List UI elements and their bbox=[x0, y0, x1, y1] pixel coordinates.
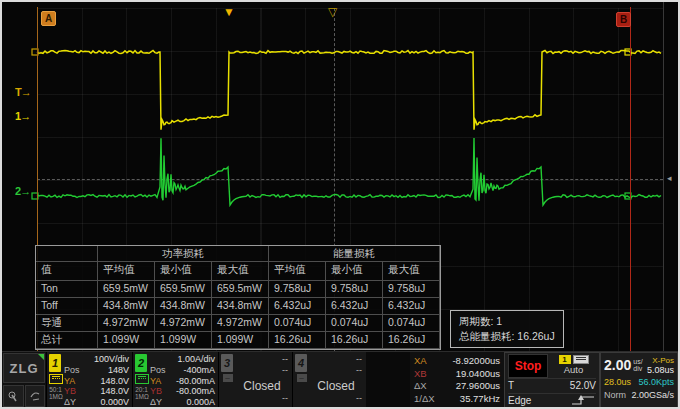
ch3-dash: -- bbox=[282, 393, 288, 404]
ch2-probe-ratio: 20:1 bbox=[135, 386, 148, 393]
trigger-type: Edge bbox=[508, 394, 531, 408]
touch-gesture-button[interactable] bbox=[3, 385, 24, 407]
table-cell: 659.5mW bbox=[212, 281, 269, 298]
arrow-icon: → bbox=[20, 185, 30, 197]
trigger-coupling-icon bbox=[573, 355, 589, 364]
channel-2-tab[interactable]: 2 bbox=[135, 354, 147, 372]
cursor-a-label[interactable]: A bbox=[41, 11, 56, 26]
notification-notch bbox=[38, 354, 44, 360]
ch4-dash: -- bbox=[356, 393, 362, 404]
ch1-probe-ratio: 50:1 bbox=[49, 386, 62, 393]
table-cell: 6.432uJ bbox=[326, 298, 383, 315]
ch1-pos-label: Pos bbox=[64, 365, 80, 376]
ch4-dash: -- bbox=[356, 365, 362, 376]
ch2-dy: 0.000A bbox=[186, 397, 215, 408]
ch3-status: Closed bbox=[236, 379, 288, 393]
ch1-scale: 100V/div bbox=[94, 354, 129, 365]
channel-2-panel[interactable]: 2 20:1 1MΩ 1.00A/div Pos-400mA YA-80.00m… bbox=[132, 352, 218, 408]
ch2-position-marker[interactable]: 2→ bbox=[15, 185, 30, 197]
xa-value: -8.92000us bbox=[452, 355, 500, 368]
logo-section: ZLG bbox=[2, 352, 46, 408]
ch1-impedance: 1MΩ bbox=[49, 393, 62, 400]
ch1-voltage-trace bbox=[37, 51, 661, 130]
trigger-mode: Auto bbox=[564, 364, 584, 375]
ch1-position-marker[interactable]: 1→ bbox=[15, 110, 30, 122]
table-cell: 1.099W bbox=[212, 332, 269, 349]
table-cell: 6.432uJ bbox=[383, 298, 440, 315]
touch-icon bbox=[7, 390, 19, 402]
dx-label: ΔX bbox=[414, 380, 427, 393]
ch2-current-trace bbox=[37, 138, 661, 205]
hand-icon bbox=[29, 390, 41, 402]
table-cell: 9.758uJ bbox=[326, 281, 383, 298]
ch2-pos-label: Pos bbox=[150, 365, 166, 376]
table-cell: 1.099W bbox=[155, 332, 212, 349]
ch1-ya-label: YA bbox=[64, 376, 75, 387]
channel-4-tab[interactable]: 4 bbox=[295, 354, 307, 372]
col-header: 平均值 bbox=[269, 262, 326, 281]
channel-4-panel[interactable]: 4 – -- -- Closed -- bbox=[292, 352, 366, 408]
timebase-panel[interactable]: 2.00 us/div X-Pos 5.08us 28.0us56.0Kpts … bbox=[600, 352, 678, 408]
ch1-yb: 148.0V bbox=[100, 386, 129, 397]
capture-window: 28.0us bbox=[604, 376, 631, 389]
ch2-yb: -80.00mA bbox=[176, 386, 215, 397]
table-cell: 0.074uJ bbox=[269, 315, 326, 332]
ch2-pos: -400mA bbox=[183, 365, 215, 376]
timebase-scale: 2.00 bbox=[604, 357, 631, 373]
channel-1-tab[interactable]: 1 bbox=[49, 354, 61, 372]
table-cell: 434.8mW bbox=[98, 298, 155, 315]
row-label: Ton bbox=[36, 281, 98, 298]
table-cell: 4.972mW bbox=[212, 315, 269, 332]
trigger-center-marker-icon[interactable]: ▽ bbox=[328, 7, 337, 17]
ch3-dash: -- bbox=[282, 354, 288, 365]
xpos-value: 5.08us bbox=[647, 365, 674, 375]
cursor-readout-panel: XA-8.92000us XB19.0400us ΔX27.9600us 1/Δ… bbox=[410, 352, 504, 408]
table-cell: 9.758uJ bbox=[383, 281, 440, 298]
status-bar: ZLG 1 50:1 1MΩ 100V/d bbox=[2, 351, 678, 408]
timebase-unit-top: us/ bbox=[633, 358, 642, 365]
ch4-status: Closed bbox=[310, 379, 362, 393]
side-panel-divider bbox=[663, 2, 664, 351]
table-cell: 9.758uJ bbox=[269, 281, 326, 298]
inv-dx-label: 1/ΔX bbox=[414, 393, 435, 406]
table-cell: 16.26uJ bbox=[269, 332, 326, 349]
sample-rate: 2.00GSa/s bbox=[631, 389, 674, 402]
memory-depth: 56.0Kpts bbox=[638, 376, 674, 389]
col-header: 最大值 bbox=[383, 262, 440, 281]
cursor-b-line[interactable] bbox=[630, 7, 631, 352]
trigger-point-marker-icon[interactable]: ▼ bbox=[223, 7, 235, 17]
ch3-dash: -- bbox=[282, 365, 288, 376]
ch1-dc-coupling-icon bbox=[49, 374, 63, 384]
table-cell: 1.099W bbox=[98, 332, 155, 349]
inv-dx-value: 35.77kHz bbox=[460, 393, 500, 406]
table-cell: 16.26uJ bbox=[383, 332, 440, 349]
trigger-level-marker[interactable]: T→ bbox=[15, 86, 31, 98]
cycle-summary-tooltip: 周期数: 1 总能量损耗: 16.26uJ bbox=[450, 310, 564, 348]
xb-label: XB bbox=[414, 368, 427, 381]
table-cell: 434.8mW bbox=[155, 298, 212, 315]
ch1-dy-label: ΔY bbox=[64, 397, 76, 408]
xb-value: 19.0400us bbox=[456, 368, 500, 381]
ch1-ya: 148.0V bbox=[100, 376, 129, 387]
ch4-dash: -- bbox=[356, 354, 362, 365]
trigger-source-badge: 1 bbox=[559, 355, 571, 364]
power-measurement-table: 功率损耗 能量损耗 值 平均值 最小值 最大值 平均值 最小值 最大值 Ton … bbox=[35, 245, 441, 350]
channel-1-panel[interactable]: 1 50:1 1MΩ 100V/div Pos148V YA148.0V YB1… bbox=[46, 352, 132, 408]
touch-lock-button[interactable] bbox=[25, 385, 46, 407]
table-cell: 16.26uJ bbox=[326, 332, 383, 349]
table-cell: 659.5mW bbox=[98, 281, 155, 298]
table-cell: 0.074uJ bbox=[326, 315, 383, 332]
row-label: 总计 bbox=[36, 332, 98, 349]
ch2-ya-label: YA bbox=[150, 376, 161, 387]
ch4-coupling-placeholder-icon: – bbox=[297, 374, 307, 382]
menu-collapse-arrow-icon[interactable]: ◂ bbox=[667, 173, 672, 183]
ch2-scale: 1.00A/div bbox=[177, 354, 215, 365]
trigger-panel[interactable]: Stop 1 Auto T52.0V Edge bbox=[504, 352, 600, 408]
group-header-energy: 能量损耗 bbox=[269, 246, 440, 262]
channel-3-panel[interactable]: 3 – -- -- Closed -- bbox=[218, 352, 292, 408]
dx-value: 27.9600us bbox=[456, 380, 500, 393]
channel-3-tab[interactable]: 3 bbox=[221, 354, 233, 372]
cursor-b-label[interactable]: B bbox=[616, 12, 631, 27]
ch3-coupling-placeholder-icon: – bbox=[223, 374, 233, 382]
run-stop-button[interactable]: Stop bbox=[508, 354, 548, 378]
